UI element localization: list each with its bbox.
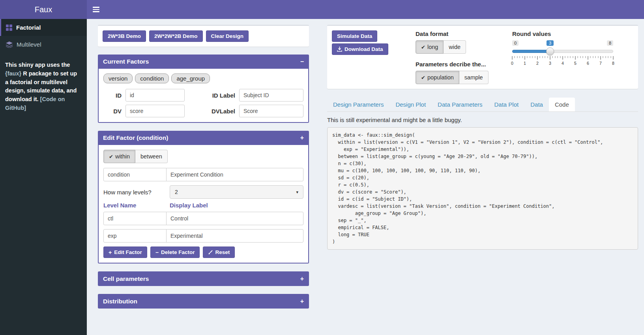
edit-factor-button[interactable]: + Edit Factor (103, 247, 147, 258)
display-label-header: Display Label (170, 202, 303, 209)
round-values-slider: 0 8 3 012345678 (512, 40, 613, 72)
levels-count-select[interactable]: 2 ▾ (170, 185, 303, 199)
sidebar-item-factorial[interactable]: Factorial (0, 19, 87, 36)
tab-design-plot[interactable]: Design Plot (389, 98, 432, 111)
tab-design-parameters[interactable]: Design Parameters (327, 98, 389, 111)
grid-icon (6, 24, 12, 31)
cell-parameters-header[interactable]: Cell parameters + (98, 271, 309, 286)
level-row (103, 229, 303, 243)
levels-question-label: How many levels? (103, 189, 170, 196)
simulation-column: Simulate Data Download Data Data format … (327, 25, 638, 335)
demo-buttons-card: 2W*3B Demo 2W*2W*2B Demo Clear Design (98, 25, 309, 47)
output-tabs: Design Parameters Design Plot Data Param… (327, 98, 638, 112)
sample-option[interactable]: sample (459, 71, 489, 84)
factor-display-input[interactable] (166, 168, 303, 181)
level-label-input[interactable] (166, 229, 303, 243)
simulate-actions: Simulate Data Download Data (332, 30, 416, 84)
tab-data-plot[interactable]: Data Plot (489, 98, 525, 111)
level-name-input[interactable] (103, 212, 167, 225)
id-dv-form: ID ID Label DV DVLabel (103, 89, 303, 117)
check-icon: ✔ (421, 75, 425, 81)
panel-title: Cell parameters (103, 275, 149, 282)
round-values-control: Round values 0 8 3 012345678 (512, 30, 633, 84)
slider-ticks: 012345678 (512, 56, 613, 68)
dv-label-input[interactable] (239, 105, 303, 117)
sidebar-item-label: Multilevel (17, 41, 41, 48)
factor-name-input[interactable] (103, 168, 167, 181)
id-input[interactable] (125, 89, 185, 102)
collapse-plus-icon[interactable]: + (300, 275, 304, 282)
collapse-minus-icon[interactable]: − (300, 58, 304, 65)
minus-icon: − (155, 250, 159, 255)
format-controls: Data format ✔ long wide Parameters decri… (416, 30, 512, 84)
app-window: Faux Factorial Multilevel This s (0, 0, 644, 335)
dv-label: DV (103, 108, 122, 115)
distribution-header[interactable]: Distribution + (98, 294, 309, 309)
edit-factor-body: ✔ within between How many levels? (98, 145, 309, 263)
check-icon: ✔ (109, 154, 113, 160)
download-data-button[interactable]: Download Data (332, 43, 388, 55)
app-logo: Faux (0, 0, 87, 19)
layers-icon (6, 41, 13, 48)
current-factors-panel: Current Factors − version condition age_… (98, 55, 309, 123)
reset-button[interactable]: Reset (203, 247, 235, 258)
panel-title: Edit Factor (condition) (103, 134, 168, 141)
clear-design-button[interactable]: Clear Design (206, 30, 249, 42)
dv-input[interactable] (125, 105, 185, 117)
slider-handle[interactable] (546, 47, 554, 55)
panel-title: Distribution (103, 298, 137, 305)
faux-package-link[interactable]: {faux} (5, 70, 21, 77)
cell-parameters-panel: Cell parameters + (98, 271, 309, 286)
sidebar: Factorial Multilevel This shiny app uses… (0, 19, 87, 335)
within-option[interactable]: ✔ within (103, 150, 135, 163)
tab-data-parameters[interactable]: Data Parameters (432, 98, 488, 111)
data-format-label: Data format (416, 30, 512, 37)
data-format-toggle: ✔ long wide (416, 40, 466, 54)
hamburger-icon (93, 7, 99, 8)
factor-pill-condition[interactable]: condition (135, 73, 169, 83)
slider-bar (512, 50, 550, 53)
level-name-input[interactable] (103, 229, 167, 243)
factor-pill-row: version condition age_group (103, 73, 303, 83)
sidebar-toggle-button[interactable] (87, 0, 105, 19)
level-name-header: Level Name (103, 202, 170, 209)
level-label-input[interactable] (166, 212, 303, 225)
distribution-panel: Distribution + (98, 294, 309, 309)
sidebar-item-multilevel[interactable]: Multilevel (0, 36, 87, 53)
current-factors-header[interactable]: Current Factors − (98, 55, 309, 69)
level-row (103, 212, 303, 225)
demo-2w3b-button[interactable]: 2W*3B Demo (103, 30, 146, 42)
factor-pill-age-group[interactable]: age_group (171, 73, 210, 83)
factor-pill-version[interactable]: version (103, 73, 133, 83)
slider-max-badge: 8 (607, 40, 613, 46)
between-option[interactable]: between (135, 150, 168, 163)
edit-factor-actions: + Edit Factor − Delete Factor Reset (103, 247, 303, 258)
sidebar-description: This shiny app uses the {faux} R package… (0, 53, 87, 113)
code-output: sim_data <- faux::sim_design( within = l… (327, 127, 638, 250)
population-option[interactable]: ✔ population (416, 71, 459, 84)
brush-icon (208, 250, 213, 255)
long-option[interactable]: ✔ long (416, 40, 444, 54)
simulate-data-button[interactable]: Simulate Data (332, 30, 377, 42)
levels-count-row: How many levels? 2 ▾ (103, 185, 303, 199)
panel-title: Current Factors (103, 58, 149, 65)
params-describe-label: Parameters decribe the... (416, 61, 512, 68)
round-values-label: Round values (512, 30, 633, 37)
delete-factor-button[interactable]: − Delete Factor (150, 247, 200, 258)
factor-name-row (103, 168, 303, 181)
sidebar-item-label: Factorial (16, 24, 41, 31)
design-column: 2W*3B Demo 2W*2W*2B Demo Clear Design Cu… (98, 25, 309, 335)
tab-data[interactable]: Data (524, 98, 549, 111)
slider-track[interactable] (512, 50, 613, 53)
wide-option[interactable]: wide (444, 40, 466, 54)
demo-2w2w2b-button[interactable]: 2W*2W*2B Demo (149, 30, 203, 42)
tab-code[interactable]: Code (549, 98, 575, 111)
edit-factor-header[interactable]: Edit Factor (condition) + (98, 131, 309, 145)
id-label-input[interactable] (239, 89, 303, 102)
experimental-note: This is still experimental and might be … (327, 117, 638, 123)
current-factors-body: version condition age_group ID ID Label … (98, 69, 309, 123)
check-icon: ✔ (421, 44, 425, 50)
collapse-plus-icon[interactable]: + (300, 134, 304, 141)
slider-value-badge: 3 (547, 40, 554, 46)
collapse-plus-icon[interactable]: + (300, 298, 304, 305)
